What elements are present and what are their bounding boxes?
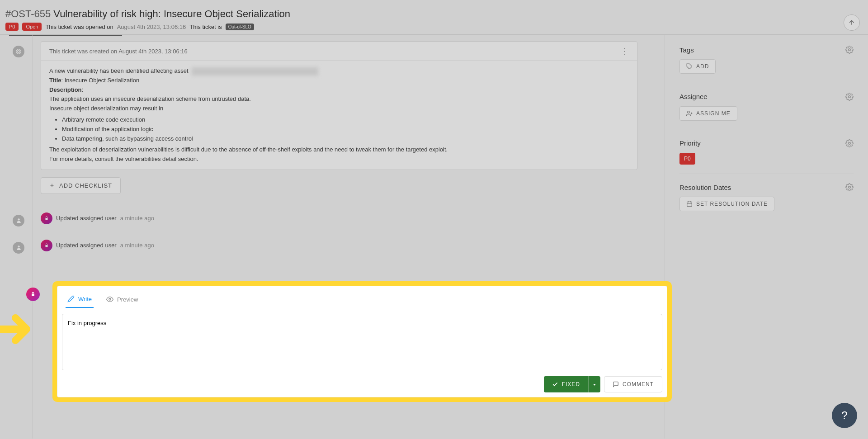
desc-bullets: Arbitrary remote code execution Modifica… bbox=[62, 115, 629, 143]
svg-point-9 bbox=[688, 111, 690, 113]
add-tag-button[interactable]: ADD bbox=[679, 59, 716, 74]
priority-badge-header: P0 bbox=[5, 23, 19, 31]
user-avatar bbox=[41, 212, 52, 224]
slo-badge: Out-of-SLO bbox=[226, 24, 254, 30]
desc-line-3: The exploitation of deserialization vuln… bbox=[49, 145, 629, 155]
arrow-up-icon bbox=[848, 19, 855, 26]
chevron-down-icon bbox=[592, 382, 597, 387]
highlight-arrow-icon bbox=[0, 303, 38, 352]
opened-date: August 4th 2023, 13:06:16 bbox=[117, 24, 186, 30]
priority-value-badge[interactable]: P0 bbox=[679, 153, 695, 165]
comment-button-label: COMMENT bbox=[623, 381, 654, 387]
assign-me-button[interactable]: ASSIGN ME bbox=[679, 106, 737, 121]
assign-me-label: ASSIGN ME bbox=[696, 110, 731, 117]
gear-icon[interactable] bbox=[845, 183, 854, 191]
vuln-intro: A new vulnerability has been identified … bbox=[49, 67, 189, 74]
fixed-dropdown-button[interactable] bbox=[588, 376, 600, 392]
svg-point-8 bbox=[849, 95, 851, 98]
help-icon: ? bbox=[841, 409, 847, 422]
set-resolution-date-button[interactable]: SET RESOLUTION DATE bbox=[679, 197, 774, 211]
tag-icon bbox=[686, 63, 693, 70]
svg-point-1 bbox=[18, 51, 20, 53]
assignee-section: Assignee ASSIGN ME bbox=[679, 92, 854, 130]
svg-point-13 bbox=[849, 186, 851, 189]
priority-title: Priority bbox=[679, 139, 701, 147]
activity-user-icon bbox=[13, 215, 24, 227]
comment-compose-card: Write Preview FIXED COMMENT bbox=[57, 286, 667, 397]
add-tag-label: ADD bbox=[696, 63, 709, 70]
assignee-title: Assignee bbox=[679, 93, 708, 100]
scroll-top-button[interactable] bbox=[844, 14, 860, 31]
status-label: This ticket is bbox=[189, 24, 222, 30]
gear-icon[interactable] bbox=[845, 92, 854, 100]
ticket-description-card: This ticket was created on August 4th 20… bbox=[41, 41, 637, 170]
title-value: : Insecure Object Serialization bbox=[61, 77, 140, 84]
svg-point-4 bbox=[18, 246, 19, 248]
resolution-title: Resolution Dates bbox=[679, 184, 731, 191]
ticket-header: #OST-655 Vulnerability of risk high: Ins… bbox=[0, 0, 868, 35]
timeline-created-icon bbox=[13, 46, 24, 57]
card-menu-button[interactable]: ⋮ bbox=[621, 46, 629, 56]
svg-point-12 bbox=[849, 142, 851, 145]
ticket-id: #OST-655 bbox=[5, 8, 51, 20]
comment-button[interactable]: COMMENT bbox=[604, 376, 662, 392]
user-avatar bbox=[41, 240, 52, 251]
comment-icon bbox=[613, 381, 619, 387]
comment-author-avatar bbox=[26, 288, 40, 301]
eye-icon bbox=[106, 296, 113, 303]
status-badge-header: Open bbox=[22, 23, 42, 31]
tags-section: Tags ADD bbox=[679, 46, 854, 83]
write-tab[interactable]: Write bbox=[66, 293, 94, 308]
svg-rect-5 bbox=[46, 245, 48, 247]
svg-point-2 bbox=[18, 219, 19, 221]
gear-icon[interactable] bbox=[845, 46, 854, 54]
activity-text: Updated assigned user bbox=[56, 215, 117, 222]
desc-line-1: The application uses an insecure deseria… bbox=[49, 94, 629, 104]
desc-line-4: For more details, consult the vulnerabil… bbox=[49, 155, 629, 164]
tags-title: Tags bbox=[679, 46, 694, 54]
calendar-icon bbox=[686, 201, 693, 207]
activity-text: Updated assigned user bbox=[56, 242, 117, 249]
help-button[interactable]: ? bbox=[832, 403, 857, 428]
resolution-section: Resolution Dates SET RESOLUTION DATE bbox=[679, 183, 854, 220]
sidebar: Tags ADD Assignee ASSIGN ME bbox=[665, 35, 868, 439]
opened-label: This ticket was opened on bbox=[45, 24, 113, 30]
gear-icon[interactable] bbox=[845, 139, 854, 147]
plus-icon bbox=[49, 183, 55, 188]
desc-line-2: Insecure object deserialization may resu… bbox=[49, 104, 629, 113]
pencil-icon bbox=[67, 295, 75, 302]
tab-indicator bbox=[9, 35, 122, 36]
bullet-item: Modification of the application logic bbox=[62, 125, 629, 134]
description-label: Description bbox=[49, 86, 82, 93]
comment-textarea[interactable] bbox=[62, 314, 662, 370]
redacted-asset bbox=[192, 67, 318, 76]
activity-user-icon bbox=[13, 242, 24, 254]
preview-tab[interactable]: Preview bbox=[104, 293, 140, 308]
set-resolution-label: SET RESOLUTION DATE bbox=[696, 201, 768, 207]
svg-marker-20 bbox=[594, 384, 596, 386]
ticket-title: Vulnerability of risk high: Insecure Obj… bbox=[53, 8, 290, 20]
activity-time: a minute ago bbox=[120, 242, 154, 249]
add-checklist-label: ADD CHECKLIST bbox=[59, 182, 112, 189]
check-icon bbox=[552, 381, 558, 387]
preview-tab-label: Preview bbox=[117, 296, 138, 303]
svg-point-6 bbox=[849, 49, 851, 51]
bullet-item: Data tampering, such as bypassing access… bbox=[62, 134, 629, 144]
bullet-item: Arbitrary remote code execution bbox=[62, 115, 629, 125]
write-tab-label: Write bbox=[78, 296, 92, 302]
add-checklist-button[interactable]: ADD CHECKLIST bbox=[41, 177, 121, 194]
user-plus-icon bbox=[686, 110, 693, 117]
title-label: Title bbox=[49, 77, 61, 84]
priority-section: Priority P0 bbox=[679, 139, 854, 174]
created-timestamp: This ticket was created on August 4th 20… bbox=[49, 48, 188, 55]
activity-time: a minute ago bbox=[120, 215, 154, 222]
fixed-button-label: FIXED bbox=[562, 381, 580, 387]
svg-point-0 bbox=[16, 49, 21, 54]
svg-rect-18 bbox=[32, 294, 34, 296]
svg-rect-3 bbox=[46, 218, 48, 220]
fixed-button[interactable]: FIXED bbox=[544, 376, 588, 392]
svg-rect-14 bbox=[687, 202, 692, 207]
svg-point-19 bbox=[109, 298, 111, 300]
